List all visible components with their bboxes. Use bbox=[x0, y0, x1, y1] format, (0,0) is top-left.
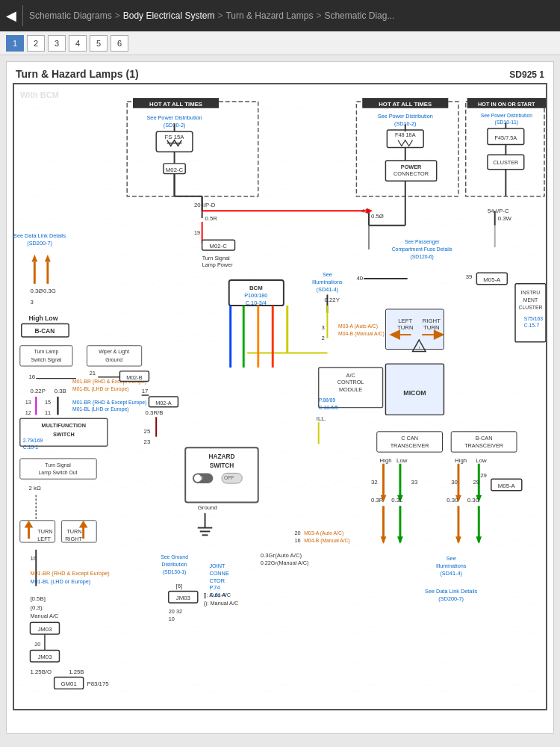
schematic-area[interactable]: With BCM HOT AT ALL TIMES See Power Dist… bbox=[13, 83, 547, 710]
breadcrumb-sep-2: > bbox=[217, 10, 223, 21]
breadcrumb-item-1[interactable]: Schematic Diagrams bbox=[29, 10, 112, 21]
svg-text:21: 21 bbox=[89, 370, 96, 376]
svg-text:Illuminations: Illuminations bbox=[312, 279, 343, 285]
svg-text:M01-BR (RHD & Except Europe): M01-BR (RHD & Except Europe) bbox=[30, 570, 109, 577]
svg-text:C.10-5/5: C.10-5/5 bbox=[319, 405, 338, 410]
svg-text:CTOR: CTOR bbox=[209, 577, 225, 584]
page-tabs: 1 2 3 4 5 6 bbox=[0, 31, 560, 55]
svg-text:29: 29 bbox=[480, 472, 487, 479]
page-tab-3[interactable]: 3 bbox=[48, 35, 66, 52]
svg-text:See Power Distribution: See Power Distribution bbox=[481, 113, 533, 118]
svg-text:SWITCH: SWITCH bbox=[53, 431, 75, 438]
svg-text:20: 20 bbox=[295, 530, 301, 536]
svg-text:12: 12 bbox=[25, 409, 31, 416]
svg-text:C CAN: C CAN bbox=[401, 435, 418, 441]
svg-text:0.30: 0.30 bbox=[447, 497, 458, 503]
svg-text:MICOM: MICOM bbox=[403, 389, 426, 397]
svg-text:0.22Y: 0.22Y bbox=[324, 297, 340, 303]
svg-text:See: See bbox=[447, 555, 456, 562]
svg-text:30: 30 bbox=[451, 479, 458, 486]
svg-text:P.74: P.74 bbox=[209, 584, 220, 591]
svg-text:25: 25 bbox=[144, 428, 151, 435]
svg-text:10: 10 bbox=[169, 616, 175, 622]
svg-text:ON: ON bbox=[195, 475, 202, 480]
svg-text:0.5R: 0.5R bbox=[205, 215, 218, 222]
svg-text:0.3G: 0.3G bbox=[43, 288, 56, 295]
svg-text:2.79/169: 2.79/169 bbox=[23, 438, 43, 443]
svg-text:Turn Signal: Turn Signal bbox=[45, 462, 71, 468]
svg-text:HOT AT ALL TIMES: HOT AT ALL TIMES bbox=[149, 101, 202, 108]
svg-text:Low: Low bbox=[476, 457, 487, 464]
svg-text:16: 16 bbox=[30, 555, 37, 562]
svg-text:C.10-1: C.10-1 bbox=[23, 444, 39, 450]
svg-text:2: 2 bbox=[322, 335, 325, 341]
svg-text:3: 3 bbox=[30, 299, 33, 306]
svg-text:(SD200-7): (SD200-7) bbox=[27, 240, 52, 247]
svg-text:See: See bbox=[323, 271, 332, 278]
svg-text:0.3G: 0.3G bbox=[467, 497, 480, 503]
svg-text:(SD130-1): (SD130-1) bbox=[163, 569, 186, 575]
svg-text:BCM: BCM bbox=[249, 285, 263, 291]
svg-text:39: 39 bbox=[466, 273, 473, 280]
svg-text:2 kΩ: 2 kΩ bbox=[29, 485, 41, 492]
svg-text:0.3R: 0.3R bbox=[371, 497, 384, 503]
page-tab-5[interactable]: 5 bbox=[90, 35, 108, 52]
svg-text:13: 13 bbox=[25, 399, 31, 406]
svg-text:High: High bbox=[29, 314, 43, 322]
svg-text:17: 17 bbox=[142, 388, 149, 394]
back-button[interactable]: ◀ bbox=[6, 7, 16, 24]
svg-text:M05-A: M05-A bbox=[483, 276, 501, 283]
page-tab-1[interactable]: 1 bbox=[6, 35, 24, 52]
svg-text:P.88/89: P.88/89 bbox=[319, 397, 336, 403]
svg-text:C.15-7: C.15-7 bbox=[524, 323, 540, 328]
svg-text:(SD120-6): (SD120-6) bbox=[410, 254, 433, 260]
svg-text:0.3W: 0.3W bbox=[498, 215, 512, 222]
svg-text:[6]: [6] bbox=[176, 583, 183, 589]
svg-text:Compartment Fuse Details: Compartment Fuse Details bbox=[392, 247, 453, 252]
svg-text:11: 11 bbox=[45, 409, 51, 416]
svg-text:TRANSCEIVER: TRANSCEIVER bbox=[391, 442, 429, 449]
svg-text:F48 18A: F48 18A bbox=[395, 131, 416, 138]
svg-text:20  I/P-D: 20 I/P-D bbox=[194, 202, 216, 208]
breadcrumb-item-2[interactable]: Body Electrical System bbox=[123, 10, 215, 21]
diagram-code: SD925 1 bbox=[509, 69, 544, 80]
svg-text:3: 3 bbox=[322, 324, 325, 331]
svg-text:40: 40 bbox=[356, 275, 363, 282]
svg-text:HAZARD: HAZARD bbox=[208, 453, 234, 460]
svg-text:Turn Signal: Turn Signal bbox=[202, 255, 230, 261]
svg-text:CONTROL: CONTROL bbox=[337, 379, 364, 385]
svg-text:See Power Distribution: See Power Distribution bbox=[146, 114, 202, 121]
svg-text:HOT IN ON OR START: HOT IN ON OR START bbox=[478, 101, 535, 108]
svg-text:P100/180: P100/180 bbox=[244, 292, 267, 299]
svg-text:(SD200-7): (SD200-7) bbox=[438, 595, 464, 602]
svg-text:High: High bbox=[380, 457, 392, 464]
svg-text:33: 33 bbox=[411, 479, 418, 486]
page-tab-6[interactable]: 6 bbox=[111, 35, 128, 52]
svg-text:SWITCH: SWITCH bbox=[210, 462, 234, 469]
svg-text:Turn Lamp: Turn Lamp bbox=[34, 349, 59, 355]
svg-text:(SD41-4): (SD41-4) bbox=[440, 570, 462, 577]
svg-text:JOINT: JOINT bbox=[209, 562, 225, 569]
page-tab-4[interactable]: 4 bbox=[69, 35, 87, 52]
schematic-diagram: HOT AT ALL TIMES See Power Distribution … bbox=[14, 84, 546, 709]
main-content: Turn & Hazard Lamps (1) SD925 1 With BCM… bbox=[6, 61, 554, 734]
svg-text:1.25B/O: 1.25B/O bbox=[30, 669, 52, 675]
svg-text:RIGHT: RIGHT bbox=[65, 536, 82, 542]
svg-text:Low: Low bbox=[396, 457, 408, 464]
svg-text:LEFT: LEFT bbox=[398, 317, 412, 324]
svg-text:See Power Distribution: See Power Distribution bbox=[378, 113, 433, 120]
svg-text:HOT AT ALL TIMES: HOT AT ALL TIMES bbox=[379, 101, 432, 108]
svg-text:ILL.: ILL. bbox=[317, 415, 326, 422]
svg-text:19: 19 bbox=[194, 229, 200, 236]
svg-text:S75/163: S75/163 bbox=[524, 316, 544, 321]
svg-text:B-CAN: B-CAN bbox=[476, 435, 493, 441]
breadcrumb-item-3[interactable]: Turn & Hazard Lamps bbox=[225, 10, 313, 21]
svg-text:[0.5B]: [0.5B] bbox=[30, 595, 45, 602]
svg-text:TURN: TURN bbox=[37, 528, 52, 535]
breadcrumb-item-4[interactable]: Schematic Diag... bbox=[324, 10, 394, 21]
page-tab-2[interactable]: 2 bbox=[27, 35, 45, 52]
svg-text:(0.3):: (0.3): bbox=[30, 604, 43, 611]
svg-text:POWER: POWER bbox=[401, 164, 422, 170]
svg-text:CLUSTER: CLUSTER bbox=[519, 305, 543, 310]
svg-text:See Data Link Details: See Data Link Details bbox=[14, 232, 66, 239]
